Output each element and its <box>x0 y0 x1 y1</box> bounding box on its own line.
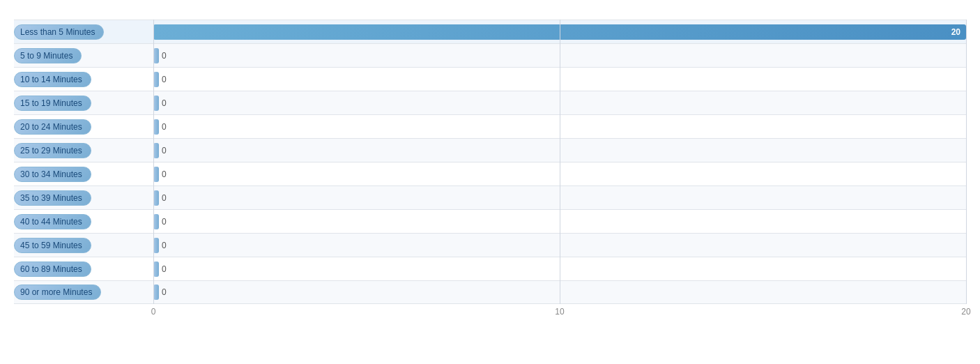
bar-label-pill: 35 to 39 Minutes <box>14 190 91 206</box>
bar-label: 60 to 89 Minutes <box>14 261 153 277</box>
bar-row: 30 to 34 Minutes0 <box>14 162 966 185</box>
bar-stub <box>153 167 159 182</box>
bar-stub <box>153 190 159 206</box>
bar-stub <box>153 238 159 253</box>
bar-label: 5 to 9 Minutes <box>14 48 153 63</box>
bar-value: 0 <box>162 287 167 297</box>
bar-row: 35 to 39 Minutes0 <box>14 185 966 209</box>
bar-stub <box>153 48 159 63</box>
bar-stub <box>153 72 159 87</box>
bar-label: 10 to 14 Minutes <box>14 72 153 87</box>
bar-row: 25 to 29 Minutes0 <box>14 138 966 162</box>
bar-label-pill: 60 to 89 Minutes <box>14 261 91 277</box>
bar-label-pill: 15 to 19 Minutes <box>14 96 91 111</box>
bar-row: 40 to 44 Minutes0 <box>14 209 966 233</box>
bar-stub <box>153 119 159 135</box>
bar-value: 0 <box>162 217 167 227</box>
bar-value: 0 <box>162 146 167 156</box>
bar-label: 30 to 34 Minutes <box>14 167 153 182</box>
bar-row: 10 to 14 Minutes0 <box>14 67 966 91</box>
bar-content: 0 <box>153 186 966 209</box>
bar-label-pill: 45 to 59 Minutes <box>14 238 91 253</box>
bar-label: 25 to 29 Minutes <box>14 143 153 158</box>
bar-content: 0 <box>153 210 966 233</box>
bar-label-pill: 20 to 24 Minutes <box>14 119 91 135</box>
chart-container: Less than 5 Minutes205 to 9 Minutes010 t… <box>0 0 980 364</box>
bar-value: 0 <box>162 193 167 203</box>
bar-row: 90 or more Minutes0 <box>14 280 966 304</box>
bar-row: 45 to 59 Minutes0 <box>14 233 966 257</box>
bar-stub <box>153 285 159 300</box>
bar-row: Less than 5 Minutes20 <box>14 20 966 43</box>
bar-content: 0 <box>153 162 966 185</box>
bar-content: 0 <box>153 91 966 114</box>
bar-row: 20 to 24 Minutes0 <box>14 114 966 138</box>
bar-label-pill: Less than 5 Minutes <box>14 24 104 40</box>
x-axis-label: 0 <box>151 307 156 317</box>
bar-label-pill: 30 to 34 Minutes <box>14 167 91 182</box>
bar-fill <box>153 24 966 40</box>
bar-stub <box>153 261 159 277</box>
bar-label: 15 to 19 Minutes <box>14 96 153 111</box>
bar-label: 20 to 24 Minutes <box>14 119 153 135</box>
bar-value: 0 <box>162 51 167 61</box>
bar-content: 20 <box>153 20 966 43</box>
bar-label: 90 or more Minutes <box>14 285 153 300</box>
bar-value: 0 <box>162 241 167 250</box>
bar-value: 0 <box>162 98 167 108</box>
bar-label: 45 to 59 Minutes <box>14 238 153 253</box>
bar-label: 35 to 39 Minutes <box>14 190 153 206</box>
bar-label: 40 to 44 Minutes <box>14 214 153 229</box>
bar-content: 0 <box>153 115 966 138</box>
bar-content: 0 <box>153 281 966 303</box>
bar-content: 0 <box>153 139 966 162</box>
bar-row: 5 to 9 Minutes0 <box>14 43 966 67</box>
bar-label-pill: 10 to 14 Minutes <box>14 72 91 87</box>
bar-stub <box>153 214 159 229</box>
bar-content: 0 <box>153 234 966 257</box>
bar-content: 0 <box>153 44 966 67</box>
x-axis-label: 10 <box>555 307 564 317</box>
bar-stub <box>153 143 159 158</box>
bar-value: 0 <box>162 169 167 179</box>
bar-stub <box>153 96 159 111</box>
bar-label-pill: 25 to 29 Minutes <box>14 143 91 158</box>
grid-line <box>966 20 967 304</box>
bar-value: 0 <box>162 75 167 84</box>
x-axis-label: 20 <box>961 307 970 317</box>
bar-label-pill: 5 to 9 Minutes <box>14 48 82 63</box>
bar-value: 20 <box>951 27 960 37</box>
bar-row: 15 to 19 Minutes0 <box>14 91 966 114</box>
x-axis: 01020 <box>153 307 966 321</box>
bar-row: 60 to 89 Minutes0 <box>14 257 966 280</box>
bar-label: Less than 5 Minutes <box>14 24 153 40</box>
bar-content: 0 <box>153 257 966 280</box>
bars-wrapper: Less than 5 Minutes205 to 9 Minutes010 t… <box>14 20 966 304</box>
bar-value: 0 <box>162 264 167 274</box>
bar-value: 0 <box>162 122 167 132</box>
bar-label-pill: 90 or more Minutes <box>14 285 101 300</box>
bar-label-pill: 40 to 44 Minutes <box>14 214 91 229</box>
bar-content: 0 <box>153 68 966 91</box>
